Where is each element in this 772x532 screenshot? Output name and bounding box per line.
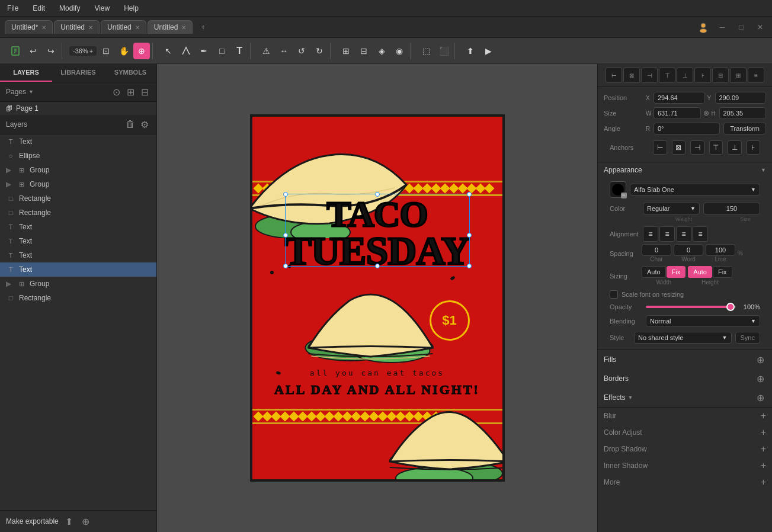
vector-tool[interactable] [178,43,194,59]
distribute-h-icon-btn[interactable]: ⊟ [712,68,729,83]
export-add-btn[interactable]: ⊕ [80,515,92,527]
tab-close-3[interactable]: ✕ [181,24,186,31]
x-value[interactable]: 294.64 [654,92,705,104]
sync-button[interactable]: Sync [735,332,760,344]
delete-layer-btn[interactable]: 🗑 [124,118,136,130]
pages-chevron-icon[interactable]: ▼ [28,89,34,95]
flip-h-btn[interactable]: ↔ [276,43,292,59]
fit-screen-btn[interactable]: ⊡ [98,43,114,59]
menu-view[interactable]: View [92,3,112,14]
opacity-slider[interactable] [646,306,736,308]
menu-help[interactable]: Help [121,3,141,14]
export-icon-btn[interactable]: ⬆ [63,515,75,527]
width-fix-btn[interactable]: Fix [667,266,686,278]
lock-ratio-icon[interactable]: ⊗ [703,109,709,117]
tab-add-button[interactable]: + [196,21,210,34]
y-value[interactable]: 290.09 [715,92,767,104]
h-value[interactable]: 205.35 [719,107,767,119]
arrange-btn3[interactable]: ◈ [373,43,390,59]
rotate-ccw-btn[interactable]: ↺ [293,43,310,59]
menu-modify[interactable]: Modify [57,3,82,14]
blending-select[interactable]: Normal ▼ [646,315,760,327]
anchor-middle-btn[interactable]: ⊥ [728,140,742,155]
close-button[interactable]: ✕ [753,20,767,34]
rotate-cw-btn[interactable]: ↻ [311,43,328,59]
redo-btn[interactable]: ↪ [43,43,59,59]
angle-value[interactable]: 0° [654,123,720,134]
transform-button[interactable]: Transform [723,123,766,134]
align-right-icon-btn[interactable]: ⊣ [641,68,658,83]
inner-shadow-add-btn[interactable]: + [761,460,766,471]
page-1-item[interactable]: 🗐 Page 1 [0,102,156,115]
select-tool[interactable]: ↖ [160,43,177,59]
layer-text-4[interactable]: T Text [0,262,156,277]
anchor-top-btn[interactable]: ⊤ [709,140,723,155]
height-fix-btn[interactable]: Fix [713,266,732,278]
tab-2[interactable]: Untitled ✕ [101,20,146,34]
color-adjust-add-btn[interactable]: + [761,427,766,438]
pen-tool[interactable]: ✒ [196,43,212,59]
zoom-control[interactable]: -36% + [69,46,97,56]
arrange-btn2[interactable]: ⊟ [355,43,372,59]
layer-rect-2[interactable]: □ Rectangle [0,291,156,305]
page-options-btn[interactable]: ⊞ [124,86,136,98]
align-left-icon-btn[interactable]: ⊢ [606,68,622,83]
tab-close-1[interactable]: ✕ [88,24,93,31]
layer-group-2[interactable]: ▶ ⊞ Group [0,277,156,291]
anchor-right-btn[interactable]: ⊣ [690,140,704,155]
word-input[interactable]: 0 [674,244,703,256]
add-page-btn[interactable]: ⊙ [110,86,122,98]
align-right-text-btn[interactable]: ≡ [676,226,691,242]
group-expand-2[interactable]: ▶ [6,280,13,288]
style-select[interactable]: No shared style ▼ [634,332,732,344]
tab-0[interactable]: Untitled* ✕ [5,20,53,34]
font-family-select[interactable]: Alfa Slab One ▼ [630,184,760,196]
page-export-btn[interactable]: ⊟ [139,86,150,98]
blur-add-btn[interactable]: + [761,411,766,421]
tab-symbols[interactable]: SYMBOLS [104,64,156,82]
minimize-button[interactable]: ─ [715,20,729,34]
mask-btn1[interactable]: ⬚ [418,43,434,59]
tab-layers[interactable]: LAYERS [0,64,52,82]
align-center-text-btn[interactable]: ≡ [659,226,675,242]
group-expand-1[interactable]: ▶ [6,180,13,188]
alert-btn[interactable]: ⚠ [258,43,274,59]
line-input[interactable]: 100 [706,244,735,256]
align-top-icon-btn[interactable]: ⊤ [659,68,675,83]
layer-text-0[interactable]: T Text [0,134,156,149]
menu-file[interactable]: File [5,3,21,14]
layer-text-2[interactable]: T Text [0,234,156,248]
layer-rect-0[interactable]: □ Rectangle [0,191,156,206]
char-input[interactable]: 0 [642,244,671,256]
layer-group-1[interactable]: ▶ ⊞ Group [0,177,156,191]
tab-close-0[interactable]: ✕ [41,24,46,31]
canvas-area[interactable]: TACO TUESDAY [157,64,597,532]
layer-text-1[interactable]: T Text [0,220,156,234]
tab-1[interactable]: Untitled ✕ [54,20,100,34]
drop-shadow-add-btn[interactable]: + [761,444,766,454]
anchor-left-btn[interactable]: ⊢ [653,140,667,155]
text-tool[interactable]: T [231,43,248,59]
align-justify-text-btn[interactable]: ≡ [693,226,708,242]
font-swatch[interactable]: ✏ [610,181,626,198]
scale-font-checkbox[interactable] [610,290,618,299]
arrange-btn4[interactable]: ◉ [391,43,408,59]
appearance-chevron-icon[interactable]: ▼ [761,167,766,173]
tab-close-2[interactable]: ✕ [135,24,140,31]
align-center-v-icon-btn[interactable]: ⊥ [677,68,693,83]
more-add-btn[interactable]: + [761,477,766,488]
layer-ellipse[interactable]: ○ Ellipse [0,149,156,163]
font-style-select[interactable]: Regular ▼ [643,203,700,214]
width-auto-btn[interactable]: Auto [642,266,666,278]
distribute-v-icon-btn[interactable]: ⊞ [730,68,747,83]
anchor-bottom-btn[interactable]: ⊦ [747,140,761,155]
undo-btn[interactable]: ↩ [25,43,41,59]
layer-group-0[interactable]: ▶ ⊞ Group [0,163,156,177]
effects-chevron-icon[interactable]: ▼ [627,395,633,400]
align-left-text-btn[interactable]: ≡ [643,226,658,242]
menu-edit[interactable]: Edit [30,3,47,14]
add-border-btn[interactable]: ⊕ [754,373,766,384]
zoom-plus[interactable]: + [89,47,93,55]
tab-libraries[interactable]: LIBRARIES [52,64,104,82]
shape-tool[interactable]: □ [213,43,230,59]
